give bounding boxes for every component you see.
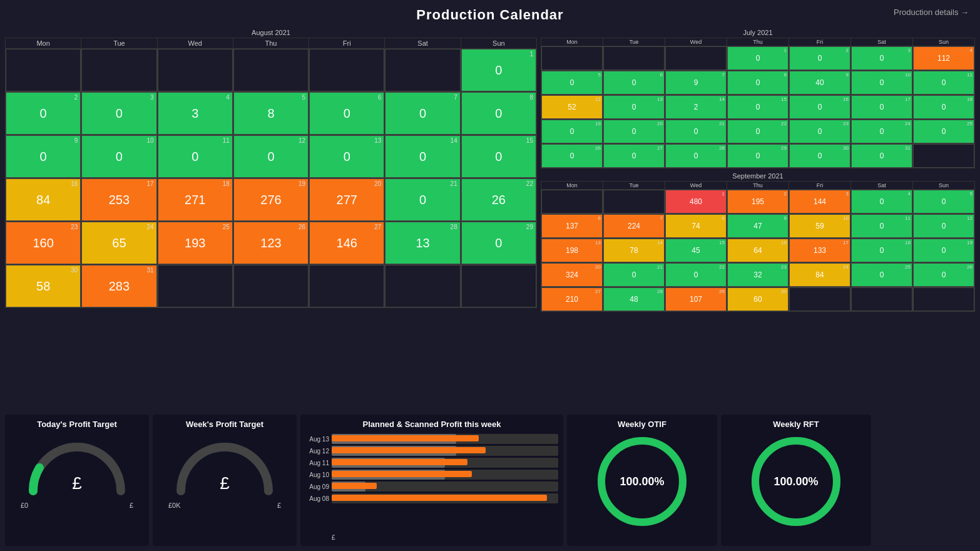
small-cal-day-number: 25 xyxy=(967,121,972,126)
cal-cell: 60 xyxy=(309,92,384,135)
main-content: August 2021 MonTueWedThuFriSatSun1020304… xyxy=(5,29,975,411)
small-cal-day-value: 195 xyxy=(752,197,764,206)
small-cal-day-value: 0 xyxy=(694,127,698,136)
small-cal-cell: 1252 xyxy=(541,95,603,119)
small-cal-day-number: 30 xyxy=(781,289,787,294)
small-cal-day-value: 107 xyxy=(690,295,702,304)
cal-day-value: 3 xyxy=(191,106,198,121)
september-calendar: September 2021 MonTueWedThuFriSatSun1480… xyxy=(541,172,975,312)
cal-cell xyxy=(233,265,309,307)
small-cal-cell: 20 xyxy=(789,46,850,70)
small-cal-cell: 7224 xyxy=(603,214,665,238)
cal-day-value: 58 xyxy=(36,279,50,294)
weekly-otif-widget: Weekly OTIF 100.00% xyxy=(567,415,717,546)
small-cal-cell: 27210 xyxy=(541,287,603,311)
cal-day-number: 21 xyxy=(451,180,457,187)
cal-cell xyxy=(233,49,309,91)
cal-day-value: 276 xyxy=(260,193,281,207)
small-cal-day-number: 20 xyxy=(657,121,663,126)
small-cal-cell: 30 xyxy=(851,46,912,70)
small-cal-day-value: 0 xyxy=(756,127,760,136)
small-cal-day-number: 24 xyxy=(905,121,911,126)
small-cal-cell: 1545 xyxy=(665,239,727,262)
small-cal-day-header: Sun xyxy=(913,182,974,189)
cal-cell: 150 xyxy=(461,135,536,178)
weekly-rft-gauge: 100.00% xyxy=(746,431,846,532)
small-cal-day-value: 0 xyxy=(880,78,884,87)
small-cal-day-value: 78 xyxy=(630,246,638,255)
planned-scanned-title: Planned & Scanned Profit this week xyxy=(362,420,501,429)
cal-cell: 120 xyxy=(233,135,309,178)
small-cal-day-value: 0 xyxy=(632,127,636,136)
small-cal-day-header: Fri xyxy=(789,182,850,189)
cal-day-number: 11 xyxy=(223,137,230,144)
cal-day-value: 0 xyxy=(267,150,274,164)
small-cal-day-number: 7 xyxy=(722,72,725,78)
cal-day-number: 26 xyxy=(299,224,305,230)
small-cal-day-number: 5 xyxy=(598,72,601,78)
small-cal-day-value: 0 xyxy=(818,152,822,160)
small-cal-day-number: 23 xyxy=(781,264,787,270)
bar-label: Aug 10 xyxy=(305,471,329,478)
cal-cell: 140 xyxy=(385,135,460,178)
small-cal-day-number: 19 xyxy=(595,121,601,126)
small-cal-cell: 2484 xyxy=(789,263,850,287)
small-cal-day-value: 0 xyxy=(942,127,946,136)
small-cal-cell: 6137 xyxy=(541,214,603,238)
cal-day-header: Sat xyxy=(385,38,460,48)
week-profit-min: £0K xyxy=(168,502,181,509)
bar-track xyxy=(332,458,558,468)
small-cal-cell: 10 xyxy=(727,46,789,70)
small-cal-cell: 130 xyxy=(603,95,665,119)
small-cal-cell: 3060 xyxy=(727,287,789,311)
small-cal-cell: 190 xyxy=(541,120,603,143)
small-cal-cell xyxy=(541,46,603,70)
cal-day-value: 0 xyxy=(495,150,502,164)
cal-day-header: Tue xyxy=(81,38,156,48)
cal-day-number: 13 xyxy=(374,137,381,144)
cal-day-value: 13 xyxy=(416,236,429,250)
small-cal-cell xyxy=(789,287,850,311)
cal-day-header: Mon xyxy=(6,38,81,48)
cal-day-number: 23 xyxy=(71,224,78,230)
small-cal-day-value: 198 xyxy=(566,246,578,255)
bar-planned xyxy=(332,483,377,489)
cal-cell: 10 xyxy=(461,49,536,91)
bar-row: Aug 10 xyxy=(305,470,558,480)
cal-day-value: 65 xyxy=(112,236,126,250)
small-cal-cell: 1480 xyxy=(665,190,727,214)
small-cal-cell: 230 xyxy=(789,120,850,143)
cal-cell: 70 xyxy=(385,92,460,135)
cal-cell: 19276 xyxy=(233,178,309,221)
small-cal-day-value: 2 xyxy=(694,103,698,111)
small-cal-day-number: 11 xyxy=(905,215,911,221)
production-details-link[interactable]: Production details → xyxy=(894,8,969,17)
small-cal-day-value: 0 xyxy=(632,103,636,111)
small-cal-day-number: 26 xyxy=(595,145,601,151)
small-cal-day-number: 13 xyxy=(595,240,601,245)
cal-cell: 23160 xyxy=(6,222,81,264)
small-cal-day-number: 10 xyxy=(843,215,849,221)
small-cal-cell: 290 xyxy=(727,144,789,168)
small-cal-day-number: 6 xyxy=(660,72,663,78)
small-cal-cell: 874 xyxy=(665,214,727,238)
small-cal-day-number: 10 xyxy=(905,72,911,78)
small-cal-day-value: 0 xyxy=(942,197,946,206)
small-cal-day-number: 24 xyxy=(843,264,849,270)
planned-scanned-widget: Planned & Scanned Profit this week Aug 1… xyxy=(300,415,563,546)
cal-cell xyxy=(81,49,156,91)
small-cal-day-header: Tue xyxy=(603,38,665,46)
bar-track xyxy=(332,493,558,503)
cal-day-value: 0 xyxy=(419,106,426,121)
cal-cell: 58 xyxy=(233,92,309,135)
small-cal-cell: 210 xyxy=(603,263,665,287)
small-cal-day-header: Sat xyxy=(851,182,912,189)
bar-row: Aug 11 xyxy=(305,458,558,468)
small-cal-day-number: 4 xyxy=(908,191,911,197)
small-cal-cell: 142 xyxy=(665,95,727,119)
small-cal-cell: 3144 xyxy=(789,190,850,214)
cal-cell: 31283 xyxy=(81,265,156,307)
small-cal-cell: 210 xyxy=(665,120,727,143)
small-cal-cell: 1059 xyxy=(789,214,850,238)
small-cal-day-number: 27 xyxy=(595,289,601,294)
